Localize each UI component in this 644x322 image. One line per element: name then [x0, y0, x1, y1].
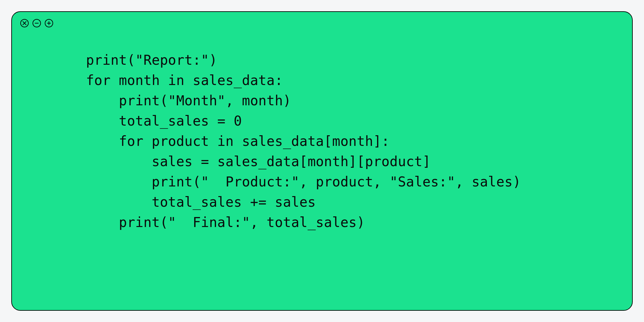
close-button[interactable] — [20, 19, 29, 27]
code-line: print("Month", month) — [86, 90, 613, 111]
minimize-icon — [35, 21, 39, 25]
code-area: print("Report:") for month in sales_data… — [86, 50, 613, 232]
code-line: for product in sales_data[month]: — [86, 131, 613, 151]
code-line: print(" Product:", product, "Sales:", sa… — [86, 172, 613, 192]
code-line: print(" Final:", total_sales) — [86, 212, 613, 232]
maximize-button[interactable] — [45, 19, 53, 27]
close-icon — [23, 21, 26, 25]
code-line: total_sales += sales — [86, 192, 613, 212]
code-line: sales = sales_data[month][product] — [86, 151, 613, 172]
minimize-button[interactable] — [33, 19, 41, 27]
terminal-window: print("Report:") for month in sales_data… — [11, 11, 633, 311]
code-line: for month in sales_data: — [86, 70, 613, 90]
titlebar — [20, 19, 53, 27]
code-line: print("Report:") — [86, 50, 613, 70]
maximize-icon — [47, 21, 51, 25]
code-line: total_sales = 0 — [86, 111, 613, 131]
